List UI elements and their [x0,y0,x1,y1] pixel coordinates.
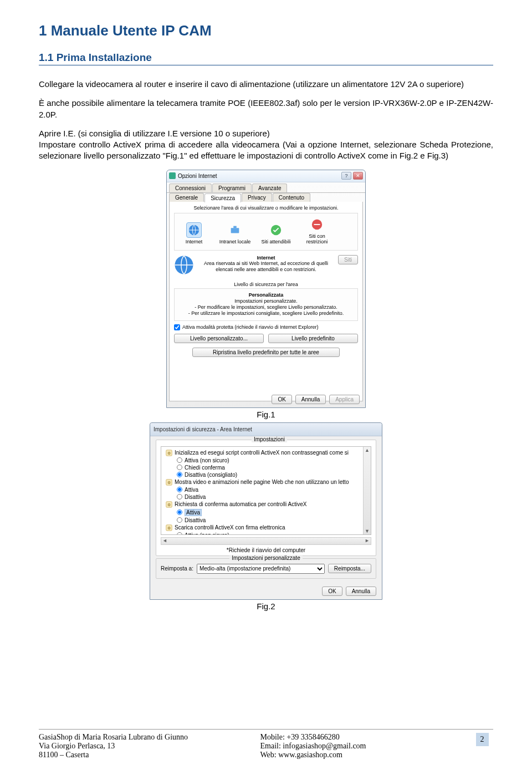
vertical-scrollbar[interactable] [363,447,371,534]
zone-selector: Internet Intranet locale Siti attendibil… [174,213,358,251]
tab-connessioni[interactable]: Connessioni [169,183,212,192]
svg-text:⚙: ⚙ [167,503,171,507]
footer-web: Web: www.gasiashop.com [260,751,471,759]
zone-internet[interactable]: Internet [177,222,211,244]
radio-input[interactable] [177,532,182,535]
security-settings-dialog: Impostazioni di sicurezza - Area Interne… [150,422,382,600]
protected-mode-checkbox[interactable]: Attiva modalità protetta (richiede il ri… [174,324,358,330]
figure-2-caption: Fig.2 [39,601,493,611]
radio-label: Disattiva [185,494,206,500]
zone-restricted[interactable]: Siti con restrizioni [300,217,334,244]
trusted-icon [268,222,284,238]
tree-radio-option[interactable]: Attiva [163,486,369,493]
figure-1-caption: Fig.1 [39,410,493,419]
checkbox-input[interactable] [174,324,180,330]
tree-radio-option[interactable]: Attiva (non sicuro) [163,457,369,464]
paragraph-2: È anche possibile alimentare la telecame… [39,98,493,120]
horizontal-scrollbar[interactable] [161,537,371,545]
tab-row-2: Generale Sicurezza Privacy Contenuto [167,193,365,202]
reset-to-label: Reimposta a: [161,565,193,572]
footer-address-1: Via Giorgio Perlasca, 13 [39,742,260,751]
apply-button[interactable]: Applica [329,395,360,404]
zone-trusted[interactable]: Siti attendibili [259,222,293,244]
tree-radio-option[interactable]: Chiedi conferma [163,464,369,471]
cancel-button[interactable]: Annulla [295,395,326,404]
dialog-icon [169,172,176,179]
document-footer: GasiaShop di Maria Rosaria Lubrano di Gi… [39,729,493,759]
paragraph-1: Collegare la videocamera al router e ins… [39,79,493,90]
tab-avanzate[interactable]: Avanzate [252,183,288,192]
globe-large-icon [174,255,194,276]
intranet-icon [227,222,243,238]
reset-to-select[interactable]: Medio-alta (impostazione predefinita) [197,564,325,574]
siti-button[interactable]: Siti [338,255,358,264]
radio-input[interactable] [177,509,182,515]
ok-button[interactable]: OK [272,395,291,404]
cancel-button[interactable]: Annulla [346,587,376,596]
globe-icon [186,222,202,238]
internet-options-dialog: Opzioni Internet ? ✕ Connessioni Program… [166,170,366,408]
radio-input[interactable] [177,457,182,463]
tree-heading: ⚙Richiesta di conferma automatica per co… [163,501,369,508]
settings-tree[interactable]: ⚙Inizializza ed esegui script controlli … [161,446,371,535]
radio-label: Attiva [185,509,202,516]
tab-generale[interactable]: Generale [169,193,204,202]
radio-label: Chiedi conferma [185,465,225,471]
page-number: 2 [476,733,489,746]
svg-rect-1 [231,228,239,233]
group-label: Impostazioni [252,436,287,442]
radio-input[interactable] [177,494,182,499]
radio-input[interactable] [177,465,182,470]
dialog-title: Opzioni Internet [178,173,217,179]
radio-input[interactable] [177,517,182,523]
activex-icon: ⚙ [166,450,172,456]
ok-button[interactable]: OK [322,587,342,596]
zone-label: Internet [186,239,203,244]
zone-intranet[interactable]: Intranet locale [218,222,252,244]
footer-mobile: Mobile: +39 3358466280 [260,733,471,742]
activex-icon: ⚙ [166,479,172,486]
page-title: 1 Manuale Utente IP CAM [39,22,493,39]
security-level-label: Livello di sicurezza per l'area [174,282,358,287]
group-label: Impostazioni personalizzate [229,555,302,561]
svg-text:⚙: ⚙ [167,481,171,485]
tab-sicurezza[interactable]: Sicurezza [204,193,241,202]
custom-level-box: Personalizzata Impostazioni personalizza… [174,288,358,321]
tree-radio-option[interactable]: Disattiva [163,517,369,524]
paragraph-4: Impostare controllo ActiveX prima di acc… [39,139,493,162]
zone-description: Area riservata ai siti Web Internet, ad … [198,261,334,273]
tree-radio-option[interactable]: Disattiva [163,493,369,501]
custom-line: - Per utilizzare le impostazioni consigl… [178,310,354,317]
tree-radio-option[interactable]: Attiva (non sicuro) [163,532,369,535]
tree-heading: ⚙Mostra video e animazioni nelle pagine … [163,478,369,486]
activex-icon: ⚙ [166,524,172,531]
custom-line: Impostazioni personalizzate. [178,298,354,304]
tree-radio-option[interactable]: Disattiva (consigliato) [163,471,369,478]
custom-level-button[interactable]: Livello personalizzato... [174,334,264,343]
tree-radio-option[interactable]: Attiva [163,508,369,517]
reset-all-button[interactable]: Ripristina livello predefinito per tutte… [192,348,340,357]
reset-button[interactable]: Reimposta... [328,564,371,573]
checkbox-label: Attiva modalità protetta (richiede il ri… [182,324,319,330]
dialog-titlebar: Impostazioni di sicurezza - Area Interne… [150,423,382,436]
tab-privacy[interactable]: Privacy [242,193,272,202]
tab-row-1: Connessioni Programmi Avanzate [167,182,365,193]
default-level-button[interactable]: Livello predefinito [268,334,358,343]
restricted-icon [309,217,325,232]
help-button[interactable]: ? [341,172,351,180]
radio-label: Attiva [185,487,198,493]
svg-rect-5 [314,224,320,225]
tab-contenuto[interactable]: Contenuto [273,193,310,202]
custom-settings-group: Impostazioni personalizzate Reimposta a:… [156,558,376,579]
section-heading: 1.1 Prima Installazione [39,52,493,65]
close-button[interactable]: ✕ [353,172,363,180]
footer-email: Email: infogasiashop@gmail.com [260,742,471,751]
svg-text:⚙: ⚙ [167,451,171,455]
tab-programmi[interactable]: Programmi [212,183,252,192]
dialog-title: Impostazioni di sicurezza - Area Interne… [154,426,252,432]
radio-label: Disattiva [185,517,206,523]
custom-line: - Per modificare le impostazioni, scegli… [178,304,354,310]
radio-input[interactable] [177,487,182,492]
svg-rect-2 [233,226,237,228]
radio-input[interactable] [177,472,182,477]
